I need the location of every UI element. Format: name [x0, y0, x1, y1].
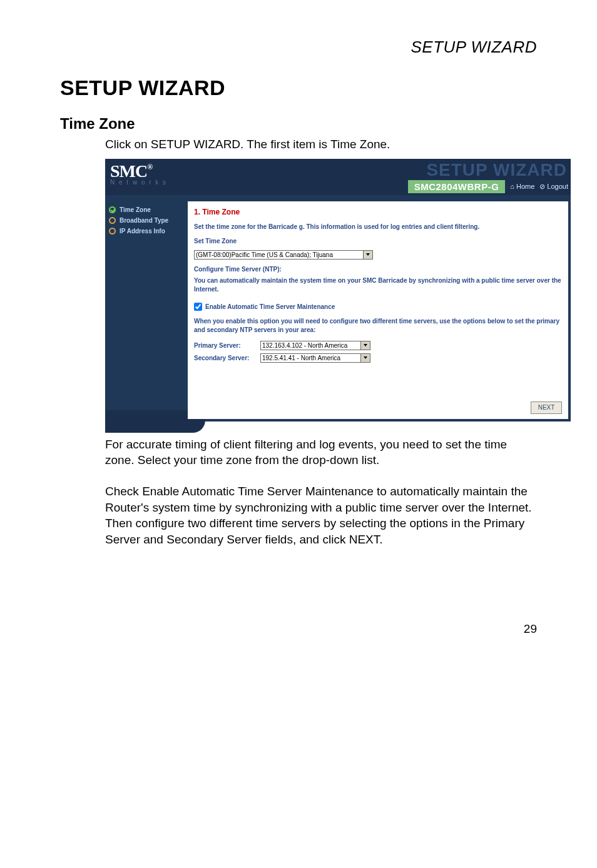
- ntp-desc: You can automatically maintain the syste…: [194, 276, 562, 294]
- ntp-title: Configure Time Server (NTP):: [194, 266, 562, 273]
- enable-auto-label: Enable Automatic Time Server Maintenance: [205, 303, 335, 310]
- page-number: 29: [60, 622, 537, 636]
- step-title: 1. Time Zone: [194, 208, 562, 216]
- time-zone-select[interactable]: (GMT-08:00)Pacific Time (US & Canada); T…: [194, 250, 373, 260]
- registered-icon: ®: [147, 163, 152, 171]
- primary-server-row: Primary Server: 132.163.4.102 - North Am…: [194, 341, 562, 350]
- running-header: SETUP WIZARD: [60, 38, 537, 57]
- logout-label: Logout: [547, 183, 568, 190]
- primary-server-value: 132.163.4.102 - North America: [262, 342, 347, 349]
- sidebar-item-ip-address-info[interactable]: IP Address Info: [109, 228, 190, 235]
- set-time-zone-label: Set Time Zone: [194, 238, 562, 245]
- brand-subtext: N e t w o r k s: [110, 179, 167, 186]
- home-label: Home: [516, 183, 534, 190]
- secondary-server-row: Secondary Server: 192.5.41.41 - North Am…: [194, 353, 562, 363]
- intro-text: Click on SETUP WIZARD. The first item is…: [105, 136, 537, 153]
- sidebar-item-label: Time Zone: [120, 206, 151, 213]
- ring-icon: [109, 228, 116, 235]
- secondary-server-value: 192.5.41.41 - North America: [262, 355, 340, 361]
- header-right: SMC2804WBRP-G ⌂ Home ⊘ Logout: [408, 180, 568, 193]
- sidebar-item-label: Broadband Type: [120, 217, 168, 224]
- logout-link[interactable]: ⊘ Logout: [539, 183, 568, 191]
- logout-icon: ⊘: [539, 183, 545, 191]
- body-para-2: Check Enable Automatic Time Server Maint…: [105, 483, 537, 548]
- section-title-h2: Time Zone: [60, 115, 537, 133]
- home-icon: ⌂: [510, 183, 514, 190]
- sidebar: Time Zone Broadband Type IP Address Info: [105, 200, 194, 245]
- next-button[interactable]: NEXT: [531, 401, 562, 414]
- header-watermark: SETUP WIZARD: [426, 160, 567, 180]
- step-desc: Set the time zone for the Barricade g. T…: [194, 223, 562, 231]
- brand-text: SMC: [110, 161, 147, 181]
- ring-icon: [109, 217, 116, 224]
- chevron-down-icon: [360, 341, 370, 350]
- sidebar-item-label: IP Address Info: [120, 228, 165, 235]
- enable-auto-checkbox[interactable]: [194, 303, 202, 311]
- secondary-server-label: Secondary Server:: [194, 355, 257, 361]
- time-zone-value: (GMT-08:00)Pacific Time (US & Canada); T…: [196, 251, 333, 258]
- chevron-down-icon: [360, 354, 370, 362]
- primary-server-label: Primary Server:: [194, 342, 257, 349]
- page-title-h1: SETUP WIZARD: [60, 76, 537, 100]
- content-panel: 1. Time Zone Set the time zone for the B…: [188, 201, 568, 419]
- sidebar-item-time-zone[interactable]: Time Zone: [109, 206, 190, 213]
- enable-auto-row: Enable Automatic Time Server Maintenance: [194, 303, 562, 311]
- home-link[interactable]: ⌂ Home: [510, 183, 534, 190]
- primary-server-select[interactable]: 132.163.4.102 - North America: [260, 341, 370, 350]
- body-para-1: For accurate timing of client filtering …: [105, 437, 537, 468]
- secondary-server-select[interactable]: 192.5.41.41 - North America: [260, 353, 370, 363]
- embedded-screenshot: SMC® N e t w o r k s SETUP WIZARD SMC280…: [105, 159, 571, 421]
- sidebar-item-broadband-type[interactable]: Broadband Type: [109, 217, 190, 224]
- enable-auto-help: When you enable this option you will nee…: [194, 317, 562, 335]
- chevron-down-icon: [363, 251, 372, 259]
- check-icon: [109, 206, 116, 213]
- model-badge: SMC2804WBRP-G: [408, 180, 506, 193]
